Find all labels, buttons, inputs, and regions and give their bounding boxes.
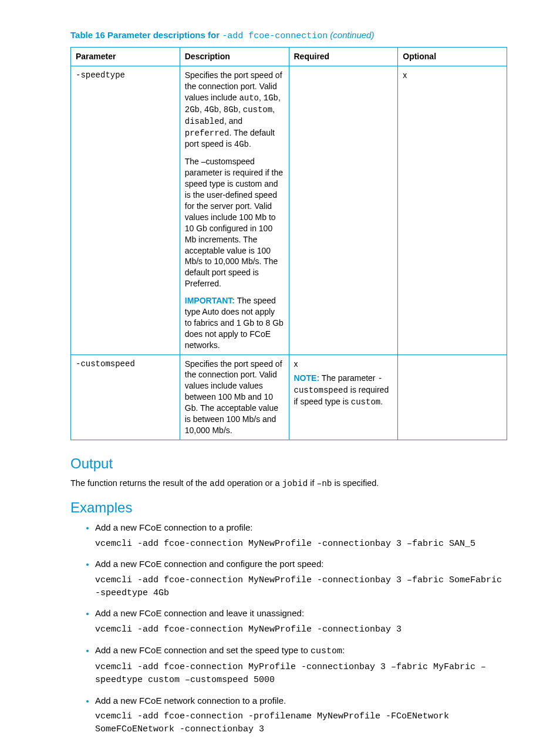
table-header-row: Parameter Description Required Optional [71,48,507,66]
output-heading: Output [70,454,507,473]
param-customspeed: -customspeed [71,355,180,440]
req-note: NOTE: The parameter -customspeed is requ… [294,373,393,408]
list-item: Add a new FCoE network connection to a p… [95,695,507,736]
header-parameter: Parameter [71,48,180,66]
list-item: Add a new FCoE connection to a profile: … [95,522,507,550]
note-label: NOTE: [294,373,320,383]
req-customspeed: x NOTE: The parameter -customspeed is re… [289,355,398,440]
req-x: x [294,359,298,369]
output-text: The function returns the result of the a… [70,478,507,490]
caption-suffix: (continued) [328,30,374,40]
example-code: vcemcli -add fcoe-connection -profilenam… [95,710,507,736]
desc-para-important: IMPORTANT: The speed type Auto does not … [185,295,284,350]
example-code: vcemcli -add fcoe-connection MyProfile -… [95,661,507,687]
desc-customspeed: Specifies the port speed of the connecti… [180,355,289,440]
example-label: Add a new FCoE connection and set the sp… [95,645,345,655]
caption-prefix: Table 16 Parameter descriptions for [70,30,222,40]
desc-speedtype: Specifies the port speed of the connecti… [180,66,289,355]
parameter-table: Parameter Description Required Optional … [70,47,507,440]
table-row: -speedtype Specifies the port speed of t… [71,66,507,355]
list-item: Add a new FCoE connection and leave it u… [95,607,507,636]
important-label: IMPORTANT: [185,296,235,305]
examples-heading: Examples [70,498,507,517]
example-code: vcemcli -add fcoe-connection MyNewProfil… [95,574,507,600]
caption-code: -add fcoe-connection [222,31,328,41]
examples-list: Add a new FCoE connection to a profile: … [70,522,507,736]
param-speedtype: -speedtype [71,66,180,355]
header-optional: Optional [398,48,507,66]
example-label: Add a new FCoE network connection to a p… [95,696,286,706]
table-row: -customspeed Specifies the port speed of… [71,355,507,440]
example-label: Add a new FCoE connection and leave it u… [95,608,304,618]
list-item: Add a new FCoE connection and set the sp… [95,644,507,687]
desc-para-1: Specifies the port speed of the connecti… [185,70,284,150]
header-description: Description [180,48,289,66]
example-code: vcemcli -add fcoe-connection MyNewProfil… [95,538,507,551]
example-code: vcemcli -add fcoe-connection MyNewProfil… [95,623,507,636]
header-required: Required [289,48,398,66]
opt-customspeed [398,355,507,440]
example-label: Add a new FCoE connection to a profile: [95,522,253,532]
example-label: Add a new FCoE connection and configure … [95,559,323,569]
req-speedtype [289,66,398,355]
table-caption: Table 16 Parameter descriptions for -add… [70,29,507,42]
list-item: Add a new FCoE connection and configure … [95,558,507,599]
opt-speedtype: x [398,66,507,355]
desc-para-2: The –customspeed parameter is required i… [185,156,284,289]
